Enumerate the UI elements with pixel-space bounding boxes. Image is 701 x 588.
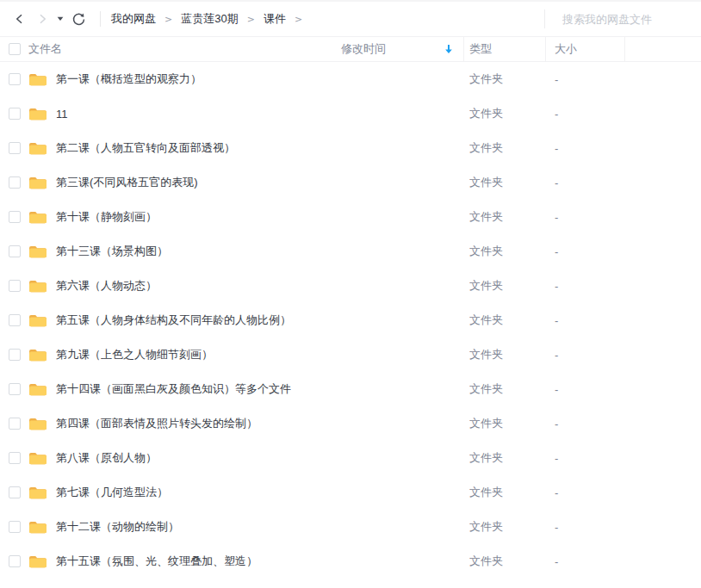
- file-name[interactable]: 第一课（概括造型的观察力）: [56, 71, 202, 87]
- row-checkbox[interactable]: [9, 486, 21, 498]
- file-name[interactable]: 第十五课（氛围、光、纹理叠加、塑造）: [56, 554, 257, 569]
- file-name[interactable]: 第九课（上色之人物细节刻画）: [56, 347, 213, 362]
- table-row[interactable]: 第二课（人物五官转向及面部透视） 文件夹 -: [0, 131, 701, 165]
- table-header: 文件名 修改时间 类型 大小: [0, 36, 701, 62]
- file-size: -: [546, 555, 625, 568]
- refresh-button[interactable]: [67, 8, 90, 30]
- row-checkbox[interactable]: [9, 280, 21, 292]
- table-row[interactable]: 第七课（几何造型法） 文件夹 -: [0, 475, 701, 510]
- row-extra-cell: [625, 510, 701, 544]
- row-checkbox[interactable]: [9, 521, 21, 533]
- file-type: 文件夹: [464, 485, 546, 500]
- row-checkbox[interactable]: [9, 349, 21, 361]
- row-checkbox[interactable]: [9, 245, 21, 257]
- row-checkbox[interactable]: [9, 142, 21, 154]
- file-type: 文件夹: [464, 209, 546, 225]
- file-name[interactable]: 第十二课（动物的绘制）: [56, 519, 179, 535]
- row-name-cell: 第十课（静物刻画）: [21, 209, 332, 225]
- folder-icon: [28, 72, 47, 86]
- row-name-cell: 第十四课（画面黑白灰及颜色知识）等多个文件: [21, 381, 332, 397]
- file-name[interactable]: 第四课（面部表情及照片转头发的绘制）: [56, 416, 257, 431]
- file-size: -: [546, 176, 625, 189]
- breadcrumb-item-current[interactable]: 课件: [264, 11, 286, 27]
- table-row[interactable]: 第六课（人物动态） 文件夹 -: [0, 269, 701, 303]
- row-extra-cell: [625, 303, 701, 337]
- file-type: 文件夹: [464, 519, 546, 535]
- file-manager-window: 我的网盘 > 蓝贵莲30期 > 课件 > 文件名 修改时间: [0, 0, 701, 588]
- folder-icon: [28, 176, 47, 189]
- sort-arrow-down-icon[interactable]: [444, 44, 453, 54]
- file-name[interactable]: 第十课（静物刻画）: [56, 209, 157, 225]
- file-name[interactable]: 第十四课（画面黑白灰及颜色知识）等多个文件: [56, 381, 291, 397]
- file-type: 文件夹: [464, 140, 546, 156]
- forward-button[interactable]: [31, 8, 53, 30]
- file-size: -: [546, 486, 625, 499]
- file-name[interactable]: 第三课(不同风格五官的表现): [56, 175, 198, 190]
- file-name[interactable]: 第五课（人物身体结构及不同年龄的人物比例）: [56, 313, 291, 328]
- row-checkbox[interactable]: [9, 73, 21, 85]
- history-dropdown-button[interactable]: [53, 8, 67, 30]
- row-extra-cell: [625, 96, 701, 131]
- column-header-modified[interactable]: 修改时间: [332, 37, 464, 61]
- table-row[interactable]: 第三课(不同风格五官的表现) 文件夹 -: [0, 165, 701, 200]
- file-size: -: [546, 314, 625, 327]
- column-header-size-label: 大小: [555, 41, 577, 57]
- row-checkbox[interactable]: [9, 452, 21, 464]
- table-row[interactable]: 第五课（人物身体结构及不同年龄的人物比例） 文件夹 -: [0, 303, 701, 337]
- file-type: 文件夹: [464, 381, 546, 397]
- row-checkbox[interactable]: [9, 418, 21, 430]
- row-checkbox[interactable]: [9, 314, 21, 326]
- column-header-modified-label: 修改时间: [341, 41, 386, 57]
- row-checkbox[interactable]: [9, 383, 21, 395]
- table-row[interactable]: 第十二课（动物的绘制） 文件夹 -: [0, 510, 701, 544]
- file-size: -: [546, 73, 625, 86]
- file-size: -: [546, 349, 625, 362]
- search-input[interactable]: [562, 13, 683, 26]
- column-header-type[interactable]: 类型: [464, 37, 546, 61]
- row-checkbox[interactable]: [9, 108, 21, 120]
- row-extra-cell: [625, 131, 701, 165]
- back-button[interactable]: [9, 8, 31, 30]
- table-row[interactable]: 第十课（静物刻画） 文件夹 -: [0, 200, 701, 234]
- file-name[interactable]: 第二课（人物五官转向及面部透视）: [56, 140, 235, 156]
- row-extra-cell: [625, 234, 701, 269]
- file-type: 文件夹: [464, 554, 546, 569]
- folder-icon: [28, 348, 47, 362]
- column-header-extra: [625, 37, 701, 61]
- file-type: 文件夹: [464, 347, 546, 362]
- column-header-size[interactable]: 大小: [546, 37, 625, 61]
- row-checkbox[interactable]: [9, 211, 21, 223]
- file-name[interactable]: 第十三课（场景构图）: [56, 244, 168, 259]
- row-checkbox[interactable]: [9, 176, 21, 189]
- breadcrumb-item-course[interactable]: 蓝贵莲30期: [181, 11, 238, 27]
- breadcrumb-separator-icon: >: [164, 14, 172, 25]
- file-type: 文件夹: [464, 244, 546, 259]
- file-size: -: [546, 142, 625, 155]
- select-all-checkbox[interactable]: [9, 43, 21, 55]
- row-name-cell: 第五课（人物身体结构及不同年龄的人物比例）: [21, 313, 332, 328]
- file-size: -: [546, 280, 625, 293]
- row-extra-cell: [625, 337, 701, 372]
- column-header-name[interactable]: 文件名: [21, 41, 332, 57]
- row-extra-cell: [625, 544, 701, 579]
- table-row[interactable]: 第一课（概括造型的观察力） 文件夹 -: [0, 62, 701, 96]
- row-checkbox[interactable]: [9, 555, 21, 567]
- toolbar-divider: [100, 11, 101, 27]
- table-row[interactable]: 第九课（上色之人物细节刻画） 文件夹 -: [0, 337, 701, 372]
- toolbar: 我的网盘 > 蓝贵莲30期 > 课件 >: [0, 2, 701, 36]
- row-name-cell: 第十五课（氛围、光、纹理叠加、塑造）: [21, 554, 332, 569]
- table-row[interactable]: 第十五课（氛围、光、纹理叠加、塑造） 文件夹 -: [0, 544, 701, 579]
- folder-icon: [28, 554, 47, 568]
- table-row[interactable]: 11 文件夹 -: [0, 96, 701, 131]
- table-row[interactable]: 第四课（面部表情及照片转头发的绘制） 文件夹 -: [0, 406, 701, 441]
- folder-icon: [28, 244, 47, 258]
- table-row[interactable]: 第十三课（场景构图） 文件夹 -: [0, 234, 701, 269]
- file-name[interactable]: 第六课（人物动态）: [56, 278, 157, 294]
- file-name[interactable]: 11: [56, 108, 68, 121]
- file-name[interactable]: 第七课（几何造型法）: [56, 485, 168, 500]
- table-row[interactable]: 第十四课（画面黑白灰及颜色知识）等多个文件 文件夹 -: [0, 372, 701, 406]
- table-row[interactable]: 第八课（原创人物） 文件夹 -: [0, 441, 701, 475]
- breadcrumb-item-root[interactable]: 我的网盘: [111, 11, 156, 27]
- breadcrumb: 我的网盘 > 蓝贵莲30期 > 课件 >: [111, 11, 311, 27]
- file-name[interactable]: 第八课（原创人物）: [56, 450, 157, 466]
